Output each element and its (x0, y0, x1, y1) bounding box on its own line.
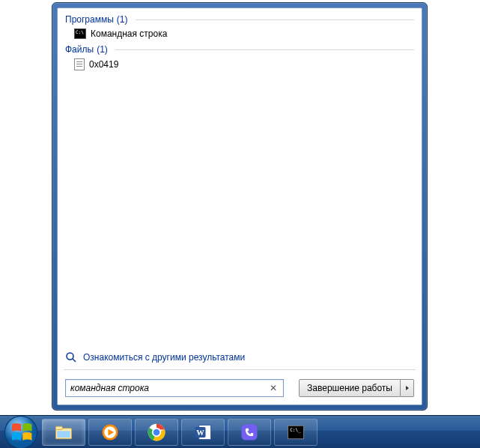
svg-rect-4 (56, 426, 63, 429)
group-count: (1) (117, 14, 128, 25)
svg-text:C:\_: C:\_ (290, 427, 301, 433)
group-header-files[interactable]: Файлы (1) (58, 41, 422, 56)
divider-line (115, 49, 414, 50)
cmd-icon (74, 28, 86, 39)
group-title: Файлы (65, 44, 94, 55)
chevron-right-icon (404, 385, 410, 391)
result-label: 0x0419 (89, 59, 118, 70)
search-icon (65, 351, 77, 363)
explorer-icon (53, 422, 74, 443)
group-count: (1) (97, 44, 108, 55)
cmd-window-icon: C:\_ (285, 422, 306, 443)
see-more-label: Ознакомиться с другими результатами (83, 352, 245, 363)
group-header-programs[interactable]: Программы (1) (58, 11, 422, 26)
bottom-divider (64, 369, 416, 370)
svg-point-2 (4, 416, 37, 448)
group-title: Программы (65, 14, 114, 25)
result-item-file[interactable]: 0x0419 (58, 56, 422, 73)
svg-rect-14 (242, 424, 258, 440)
start-menu-panel: Программы (1) Командная строка Файлы (1)… (52, 2, 428, 411)
result-label: Командная строка (91, 28, 167, 39)
viber-icon (239, 422, 260, 443)
see-more-results[interactable]: Ознакомиться с другими результатами (58, 347, 422, 368)
taskbar: W C:\_ (0, 415, 480, 448)
clear-search-icon[interactable]: ✕ (267, 383, 280, 393)
divider-line (136, 19, 415, 20)
shutdown-menu-button[interactable] (401, 379, 414, 397)
taskbar-item-word[interactable]: W (181, 419, 225, 446)
taskbar-item-viber[interactable] (228, 419, 271, 446)
svg-point-0 (67, 353, 73, 360)
search-box[interactable]: ✕ (65, 379, 284, 397)
shutdown-group: Завершение работы (299, 379, 414, 397)
svg-text:W: W (196, 428, 204, 436)
taskbar-item-cmd[interactable]: C:\_ (274, 419, 318, 446)
file-icon (74, 58, 85, 70)
start-menu-inner: Программы (1) Командная строка Файлы (1)… (57, 7, 422, 405)
search-results: Программы (1) Командная строка Файлы (1)… (58, 8, 422, 347)
chrome-icon (146, 422, 167, 443)
media-player-icon (100, 422, 121, 443)
start-button[interactable] (3, 416, 39, 449)
svg-rect-5 (57, 431, 70, 438)
shutdown-button[interactable]: Завершение работы (299, 379, 401, 397)
windows-orb-icon (3, 414, 39, 449)
svg-line-1 (73, 359, 76, 362)
result-item-cmd[interactable]: Командная строка (58, 26, 422, 41)
taskbar-item-chrome[interactable] (135, 419, 178, 446)
taskbar-item-media-player[interactable] (88, 419, 132, 446)
bottom-row: ✕ Завершение работы (58, 372, 422, 405)
shutdown-label: Завершение работы (307, 383, 392, 393)
taskbar-item-explorer[interactable] (42, 419, 85, 446)
search-input[interactable] (70, 383, 267, 393)
word-icon: W (192, 422, 213, 443)
